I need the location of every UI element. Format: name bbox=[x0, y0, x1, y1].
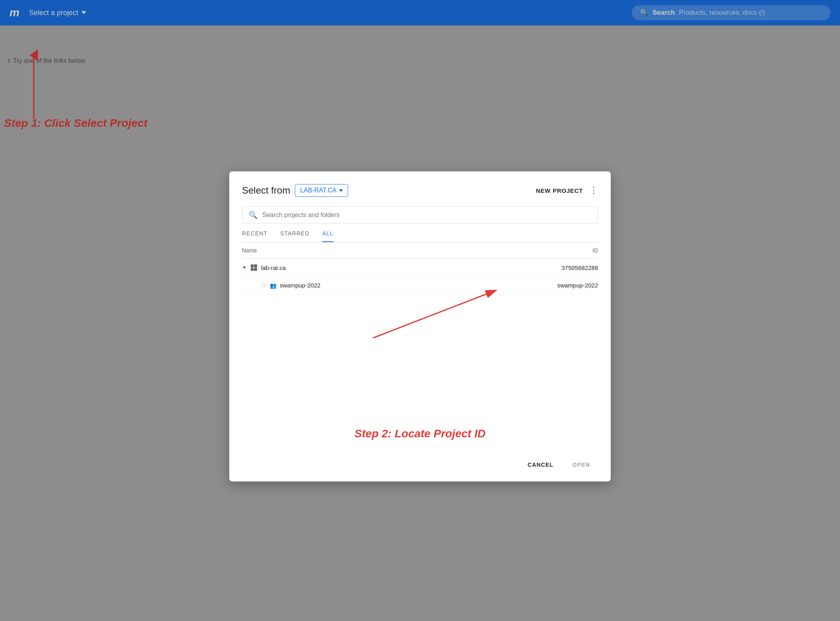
modal-title-group: Select from LAB-RAT.CA bbox=[242, 184, 348, 197]
name-column-header: Name bbox=[242, 243, 476, 259]
id-column-header: ID bbox=[476, 243, 598, 259]
more-options-icon[interactable]: ⋮ bbox=[589, 185, 598, 196]
tab-starred[interactable]: STARRED bbox=[280, 230, 310, 242]
table-header-row: Name ID bbox=[242, 243, 598, 259]
modal-footer: CANCEL OPEN bbox=[242, 448, 598, 481]
search-icon: 🔍 bbox=[249, 211, 257, 219]
step2-annotation: Step 2: Locate Project ID bbox=[354, 427, 486, 440]
select-project-modal: Select from LAB-RAT.CA NEW PROJECT ⋮ 🔍 R… bbox=[229, 171, 611, 481]
project-search-box[interactable]: 🔍 bbox=[242, 206, 598, 224]
org-grid-icon bbox=[250, 264, 258, 272]
modal-header-actions: NEW PROJECT ⋮ bbox=[536, 185, 598, 196]
org-selector-label: LAB-RAT.CA bbox=[300, 187, 336, 194]
org-selector[interactable]: LAB-RAT.CA bbox=[295, 184, 348, 197]
grid-icon bbox=[251, 264, 257, 271]
chevron-down-icon bbox=[339, 189, 343, 192]
step2-arrow-svg bbox=[361, 266, 512, 346]
people-icon: 👥 bbox=[270, 282, 277, 289]
svg-line-3 bbox=[373, 290, 496, 338]
modal-header: Select from LAB-RAT.CA NEW PROJECT ⋮ bbox=[242, 184, 598, 197]
project-search-input[interactable] bbox=[262, 212, 591, 219]
tabs-bar: RECENT STARRED ALL bbox=[242, 230, 598, 243]
new-project-button[interactable]: NEW PROJECT bbox=[536, 187, 583, 194]
modal-overlay: Select from LAB-RAT.CA NEW PROJECT ⋮ 🔍 R… bbox=[0, 0, 840, 621]
modal-title: Select from bbox=[242, 185, 290, 196]
tab-all[interactable]: ALL bbox=[322, 230, 333, 242]
org-name-label: lab-rat.ca bbox=[261, 264, 286, 271]
project-list-area: Name ID ▼ bbox=[242, 243, 598, 448]
expand-arrow-icon[interactable]: ▼ bbox=[242, 265, 247, 270]
open-button[interactable]: OPEN bbox=[565, 458, 598, 472]
cancel-button[interactable]: CANCEL bbox=[520, 458, 561, 472]
project-name-label: swampup-2022 bbox=[280, 282, 321, 289]
tab-recent[interactable]: RECENT bbox=[242, 230, 267, 242]
star-icon[interactable]: ☆ bbox=[261, 281, 267, 289]
